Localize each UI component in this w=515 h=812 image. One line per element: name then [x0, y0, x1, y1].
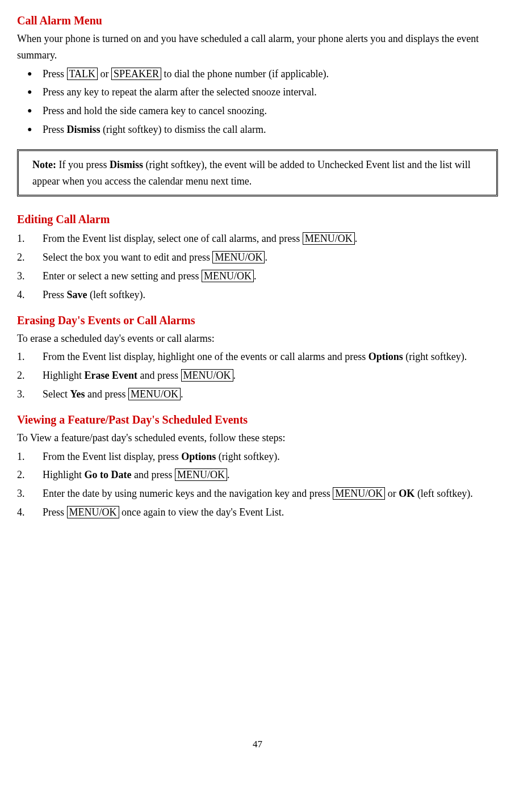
- note-label: Note:: [32, 159, 56, 170]
- section-intro: To View a feature/past day's scheduled e…: [17, 430, 498, 446]
- key-label: MENU/OK: [67, 506, 119, 518]
- step-item: Press MENU/OK once again to view the day…: [17, 504, 498, 521]
- step-item: Press Save (left softkey).: [17, 287, 498, 303]
- step-item: Highlight Erase Event and press MENU/OK.: [17, 367, 498, 384]
- softkey-label: Dismiss: [67, 124, 101, 135]
- key-label: MENU/OK: [181, 369, 233, 382]
- bullet-item: Press any key to repeat the alarm after …: [17, 84, 498, 101]
- menu-label: Go to Date: [85, 469, 132, 480]
- key-label: MENU/OK: [333, 487, 385, 500]
- step-item: Highlight Go to Date and press MENU/OK.: [17, 467, 498, 483]
- softkey-label: Save: [67, 289, 87, 300]
- section-intro: When your phone is turned on and you hav…: [17, 31, 498, 64]
- step-list: From the Event list display, highlight o…: [17, 349, 498, 402]
- step-item: Enter or select a new setting and press …: [17, 268, 498, 284]
- key-label: MENU/OK: [212, 251, 265, 263]
- softkey-label: OK: [399, 488, 414, 499]
- key-label: MENU/OK: [128, 388, 181, 400]
- step-item: From the Event list display, highlight o…: [17, 349, 498, 365]
- key-label: MENU/OK: [202, 270, 254, 282]
- step-list: From the Event list display, select one …: [17, 231, 498, 303]
- softkey-label: Options: [181, 451, 216, 462]
- key-label: MENU/OK: [175, 468, 227, 481]
- menu-label: Erase Event: [85, 370, 138, 381]
- section-heading: Erasing Day's Events or Call Alarms: [17, 311, 498, 329]
- step-item: From the Event list display, press Optio…: [17, 449, 498, 465]
- note-box: Note: If you press Dismiss (right softke…: [17, 149, 498, 197]
- section-heading: Editing Call Alarm: [17, 210, 498, 228]
- softkey-label: Options: [369, 351, 403, 362]
- menu-label: Yes: [70, 388, 85, 400]
- key-label: MENU/OK: [303, 232, 355, 245]
- key-label: TALK: [67, 68, 98, 80]
- bullet-list: Press TALK or SPEAKER to dial the phone …: [17, 66, 498, 138]
- section-intro: To erase a scheduled day's events or cal…: [17, 330, 498, 347]
- step-list: From the Event list display, press Optio…: [17, 449, 498, 521]
- step-item: Select Yes and press MENU/OK.: [17, 386, 498, 403]
- section-heading: Viewing a Feature/Past Day's Scheduled E…: [17, 411, 498, 429]
- page-number: 47: [17, 736, 498, 752]
- section-heading: Call Alarm Menu: [17, 11, 498, 30]
- step-item: Select the box you want to edit and pres…: [17, 249, 498, 266]
- bullet-item: Press TALK or SPEAKER to dial the phone …: [17, 66, 498, 82]
- key-label: SPEAKER: [111, 68, 161, 80]
- bullet-item: Press Dismiss (right softkey) to dismiss…: [17, 122, 498, 138]
- step-item: From the Event list display, select one …: [17, 231, 498, 247]
- softkey-label: Dismiss: [110, 159, 143, 170]
- step-item: Enter the date by using numeric keys and…: [17, 485, 498, 502]
- bullet-item: Press and hold the side camera key to ca…: [17, 103, 498, 119]
